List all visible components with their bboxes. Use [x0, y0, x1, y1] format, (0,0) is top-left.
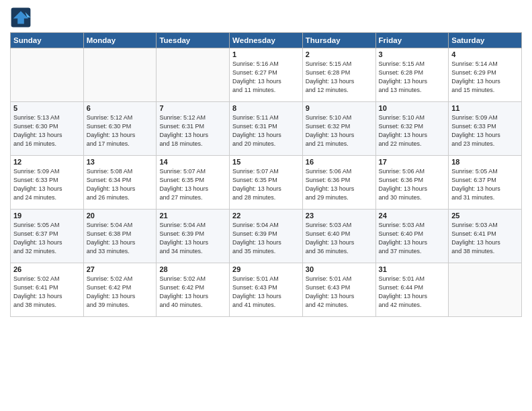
page: SundayMondayTuesdayWednesdayThursdayFrid…	[0, 0, 532, 411]
day-info: Sunrise: 5:13 AM Sunset: 6:30 PM Dayligh…	[13, 113, 81, 148]
day-number: 2	[306, 50, 373, 58]
day-number: 13	[87, 158, 154, 166]
day-number: 12	[13, 158, 81, 166]
day-number: 24	[379, 212, 446, 220]
calendar-cell: 5Sunrise: 5:13 AM Sunset: 6:30 PM Daylig…	[11, 102, 84, 156]
calendar-week-row: 5Sunrise: 5:13 AM Sunset: 6:30 PM Daylig…	[11, 102, 522, 156]
calendar-cell: 23Sunrise: 5:03 AM Sunset: 6:40 PM Dayli…	[302, 210, 375, 263]
day-info: Sunrise: 5:06 AM Sunset: 6:36 PM Dayligh…	[306, 167, 373, 202]
day-info: Sunrise: 5:09 AM Sunset: 6:33 PM Dayligh…	[451, 113, 519, 148]
calendar-cell: 20Sunrise: 5:04 AM Sunset: 6:38 PM Dayli…	[83, 210, 157, 263]
calendar-cell	[83, 48, 157, 102]
day-info: Sunrise: 5:15 AM Sunset: 6:28 PM Dayligh…	[306, 60, 373, 95]
header	[10, 7, 522, 28]
day-info: Sunrise: 5:03 AM Sunset: 6:40 PM Dayligh…	[379, 221, 446, 256]
calendar-cell: 2Sunrise: 5:15 AM Sunset: 6:28 PM Daylig…	[302, 48, 375, 102]
day-info: Sunrise: 5:05 AM Sunset: 6:37 PM Dayligh…	[13, 221, 81, 256]
calendar-day-header: Monday	[83, 33, 157, 48]
day-info: Sunrise: 5:14 AM Sunset: 6:29 PM Dayligh…	[451, 60, 519, 95]
calendar-cell: 16Sunrise: 5:06 AM Sunset: 6:36 PM Dayli…	[302, 156, 375, 210]
day-number: 19	[13, 212, 81, 220]
day-info: Sunrise: 5:04 AM Sunset: 6:38 PM Dayligh…	[87, 221, 154, 256]
calendar-day-header: Friday	[375, 33, 449, 48]
day-info: Sunrise: 5:12 AM Sunset: 6:31 PM Dayligh…	[159, 113, 226, 148]
calendar-cell: 22Sunrise: 5:04 AM Sunset: 6:39 PM Dayli…	[230, 210, 303, 263]
day-info: Sunrise: 5:10 AM Sunset: 6:32 PM Dayligh…	[306, 113, 373, 148]
calendar-cell: 30Sunrise: 5:01 AM Sunset: 6:43 PM Dayli…	[302, 263, 375, 317]
day-info: Sunrise: 5:02 AM Sunset: 6:41 PM Dayligh…	[13, 275, 81, 310]
day-info: Sunrise: 5:03 AM Sunset: 6:41 PM Dayligh…	[451, 221, 519, 256]
calendar-cell: 3Sunrise: 5:15 AM Sunset: 6:28 PM Daylig…	[375, 48, 449, 102]
day-number: 1	[232, 50, 300, 58]
day-number: 27	[87, 265, 154, 273]
day-number: 21	[159, 212, 226, 220]
day-info: Sunrise: 5:04 AM Sunset: 6:39 PM Dayligh…	[159, 221, 226, 256]
day-info: Sunrise: 5:09 AM Sunset: 6:33 PM Dayligh…	[13, 167, 81, 202]
calendar-day-header: Saturday	[449, 33, 522, 48]
calendar-cell: 29Sunrise: 5:01 AM Sunset: 6:43 PM Dayli…	[230, 263, 303, 317]
day-info: Sunrise: 5:11 AM Sunset: 6:31 PM Dayligh…	[232, 113, 300, 148]
day-info: Sunrise: 5:10 AM Sunset: 6:32 PM Dayligh…	[379, 113, 446, 148]
day-number: 9	[306, 104, 373, 112]
day-info: Sunrise: 5:08 AM Sunset: 6:34 PM Dayligh…	[87, 167, 154, 202]
calendar-cell: 31Sunrise: 5:01 AM Sunset: 6:44 PM Dayli…	[375, 263, 449, 317]
day-number: 26	[13, 265, 81, 273]
calendar-week-row: 26Sunrise: 5:02 AM Sunset: 6:41 PM Dayli…	[11, 263, 522, 317]
logo	[10, 7, 34, 28]
calendar-cell: 21Sunrise: 5:04 AM Sunset: 6:39 PM Dayli…	[157, 210, 230, 263]
day-number: 29	[232, 265, 300, 273]
day-number: 3	[379, 50, 446, 58]
day-number: 15	[232, 158, 300, 166]
calendar-cell	[11, 48, 84, 102]
day-number: 23	[306, 212, 373, 220]
calendar-cell: 27Sunrise: 5:02 AM Sunset: 6:42 PM Dayli…	[83, 263, 157, 317]
day-number: 4	[451, 50, 519, 58]
calendar-week-row: 19Sunrise: 5:05 AM Sunset: 6:37 PM Dayli…	[11, 210, 522, 263]
day-info: Sunrise: 5:07 AM Sunset: 6:35 PM Dayligh…	[159, 167, 226, 202]
day-number: 28	[159, 265, 226, 273]
day-number: 11	[451, 104, 519, 112]
day-number: 17	[379, 158, 446, 166]
day-number: 14	[159, 158, 226, 166]
day-info: Sunrise: 5:01 AM Sunset: 6:43 PM Dayligh…	[306, 275, 373, 310]
calendar-cell: 10Sunrise: 5:10 AM Sunset: 6:32 PM Dayli…	[375, 102, 449, 156]
calendar-cell: 6Sunrise: 5:12 AM Sunset: 6:30 PM Daylig…	[83, 102, 157, 156]
day-info: Sunrise: 5:05 AM Sunset: 6:37 PM Dayligh…	[451, 167, 519, 202]
calendar-week-row: 1Sunrise: 5:16 AM Sunset: 6:27 PM Daylig…	[11, 48, 522, 102]
day-info: Sunrise: 5:16 AM Sunset: 6:27 PM Dayligh…	[232, 60, 300, 95]
calendar-cell: 24Sunrise: 5:03 AM Sunset: 6:40 PM Dayli…	[375, 210, 449, 263]
calendar-cell: 9Sunrise: 5:10 AM Sunset: 6:32 PM Daylig…	[302, 102, 375, 156]
calendar-day-header: Thursday	[302, 33, 375, 48]
day-info: Sunrise: 5:02 AM Sunset: 6:42 PM Dayligh…	[87, 275, 154, 310]
calendar-cell: 12Sunrise: 5:09 AM Sunset: 6:33 PM Dayli…	[11, 156, 84, 210]
day-number: 22	[232, 212, 300, 220]
calendar-cell: 18Sunrise: 5:05 AM Sunset: 6:37 PM Dayli…	[449, 156, 522, 210]
day-info: Sunrise: 5:04 AM Sunset: 6:39 PM Dayligh…	[232, 221, 300, 256]
day-number: 5	[13, 104, 81, 112]
day-number: 7	[159, 104, 226, 112]
calendar-day-header: Tuesday	[157, 33, 230, 48]
day-info: Sunrise: 5:06 AM Sunset: 6:36 PM Dayligh…	[379, 167, 446, 202]
day-number: 10	[379, 104, 446, 112]
calendar-cell: 1Sunrise: 5:16 AM Sunset: 6:27 PM Daylig…	[230, 48, 303, 102]
day-number: 20	[87, 212, 154, 220]
calendar-cell: 7Sunrise: 5:12 AM Sunset: 6:31 PM Daylig…	[157, 102, 230, 156]
calendar-cell: 28Sunrise: 5:02 AM Sunset: 6:42 PM Dayli…	[157, 263, 230, 317]
day-info: Sunrise: 5:02 AM Sunset: 6:42 PM Dayligh…	[159, 275, 226, 310]
day-info: Sunrise: 5:15 AM Sunset: 6:28 PM Dayligh…	[379, 60, 446, 95]
calendar-header-row: SundayMondayTuesdayWednesdayThursdayFrid…	[11, 33, 522, 48]
calendar-cell	[449, 263, 522, 317]
day-info: Sunrise: 5:01 AM Sunset: 6:43 PM Dayligh…	[232, 275, 300, 310]
day-number: 6	[87, 104, 154, 112]
calendar-week-row: 12Sunrise: 5:09 AM Sunset: 6:33 PM Dayli…	[11, 156, 522, 210]
calendar-cell: 15Sunrise: 5:07 AM Sunset: 6:35 PM Dayli…	[230, 156, 303, 210]
calendar-cell: 26Sunrise: 5:02 AM Sunset: 6:41 PM Dayli…	[11, 263, 84, 317]
day-info: Sunrise: 5:01 AM Sunset: 6:44 PM Dayligh…	[379, 275, 446, 310]
day-number: 16	[306, 158, 373, 166]
logo-icon	[10, 7, 32, 28]
calendar-cell: 8Sunrise: 5:11 AM Sunset: 6:31 PM Daylig…	[230, 102, 303, 156]
calendar-cell: 19Sunrise: 5:05 AM Sunset: 6:37 PM Dayli…	[11, 210, 84, 263]
calendar-table: SundayMondayTuesdayWednesdayThursdayFrid…	[10, 32, 522, 317]
calendar-day-header: Sunday	[11, 33, 84, 48]
day-info: Sunrise: 5:07 AM Sunset: 6:35 PM Dayligh…	[232, 167, 300, 202]
